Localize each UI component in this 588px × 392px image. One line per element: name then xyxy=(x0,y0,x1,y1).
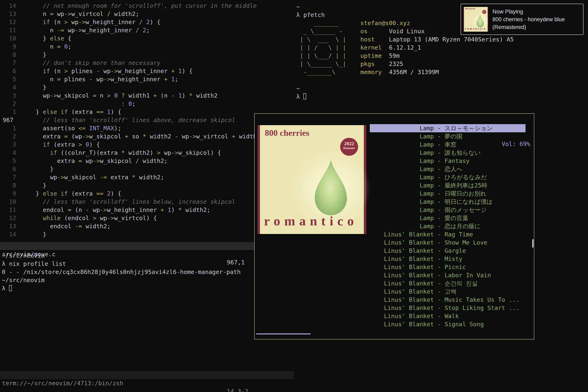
track-title: 車窓 xyxy=(444,141,456,148)
line-number: 13 xyxy=(0,10,16,18)
track-row[interactable]: Linus' Blanket - Show Me Love xyxy=(370,238,526,247)
code-line: 967 // less than 'scrolloff' lines above… xyxy=(0,116,294,124)
track-row-selected[interactable]: Lamp - スロ～モ～ション xyxy=(370,124,526,132)
code-line: 7 wp->w_skipcol -= extra * width2; xyxy=(0,173,294,181)
track-artist: Lamp xyxy=(370,165,434,173)
line-number: 11 xyxy=(0,26,16,34)
track-row[interactable]: Linus' Blanket - 순간의 진실 xyxy=(370,279,526,288)
code-line: 2 : 0; xyxy=(0,100,294,108)
track-title: 恋は月の蔭に xyxy=(444,223,480,230)
track-title: 日曜日のお別れ xyxy=(444,190,486,197)
terminal-cursor xyxy=(9,285,12,291)
track-title: 誰も知らない xyxy=(444,149,480,156)
track-title: Walk xyxy=(444,312,459,320)
line-number: 4 xyxy=(0,83,16,92)
neovim-window: 14 // not enough room for 'scrolloff', p… xyxy=(0,0,294,392)
track-artist: Lamp xyxy=(370,124,434,132)
track-artist: Linus' Blanket xyxy=(370,238,434,247)
line-number: 12 xyxy=(0,214,16,222)
album-artist-text: 800 cherries xyxy=(465,8,475,10)
distro-ascii-art: _ \______ - xyxy=(296,27,360,35)
track-title: Gargle xyxy=(444,247,466,254)
code-line: 11 endcol = (n - wp->w_height_inner + 1)… xyxy=(0,206,294,214)
track-title: Misty xyxy=(444,256,462,262)
track-row[interactable]: Linus' Blanket - Music Takes Us To ... xyxy=(370,296,526,304)
line-number: 1 xyxy=(0,108,16,116)
code-line: 8 } xyxy=(0,51,294,59)
code-line: 12 if (n > wp->w_height_inner / 2) { xyxy=(0,18,294,26)
track-row[interactable]: Lamp - 恋は月の蔭に xyxy=(370,222,526,230)
track-artist: Linus' Blanket xyxy=(370,296,434,304)
line-number: 4 xyxy=(0,149,16,157)
terminal-line: λ nix profile list xyxy=(2,260,241,268)
line-number: 2 xyxy=(0,100,16,108)
line-number: 1 xyxy=(0,124,16,132)
track-row[interactable]: Lamp - 最終列車は25時 xyxy=(370,181,526,190)
distro-ascii-art: _______ xyxy=(296,19,360,27)
teardrop-icon xyxy=(309,153,353,224)
album-artist-text: 800 cherries xyxy=(265,128,309,138)
track-title: 恋人へ xyxy=(444,166,462,172)
track-row[interactable]: Linus' Blanket - Gargle xyxy=(370,247,526,255)
track-row[interactable]: Lamp - 車窓 xyxy=(370,140,526,149)
distro-ascii-art: | | \___/ | | xyxy=(296,52,360,60)
track-title: Stop Liking Start ... xyxy=(444,304,520,311)
terminal-cursor xyxy=(304,93,306,100)
terminal-line xyxy=(296,76,514,84)
track-title: 雨のメッセージ xyxy=(444,206,486,213)
shell-prompt[interactable]: λ xyxy=(2,284,241,292)
track-row[interactable]: Lamp - 雨のメッセージ xyxy=(370,206,526,214)
line-number: 967 xyxy=(0,116,16,124)
notification-song: 800 cherries - honeydew blue xyxy=(492,16,565,23)
track-row[interactable]: Linus' Blanket - Picnic xyxy=(370,263,526,271)
pfetch-row: -_______\memory4356M / 31399M xyxy=(296,68,514,76)
code-buffer[interactable]: 14 // not enough room for 'scrolloff', p… xyxy=(0,2,294,238)
track-row[interactable]: Lamp - 日曜日のお別れ xyxy=(370,190,526,198)
track-artist: Linus' Blanket xyxy=(370,279,434,288)
track-title: 愛の言葉 xyxy=(444,214,468,222)
playlist-scrollbar[interactable] xyxy=(532,239,534,248)
track-row[interactable]: Lamp - 明日になれば僕は xyxy=(370,198,526,206)
track-title: 最終列車は25時 xyxy=(444,182,487,189)
code-line: 4 if ((colnr_T)(extra * width2) > wp->w_… xyxy=(0,149,294,157)
track-artist: Lamp xyxy=(370,181,434,190)
track-row[interactable]: Lamp - 愛の言葉 xyxy=(370,214,526,222)
notification-remaster: (Remastered) xyxy=(492,23,565,31)
track-row[interactable]: Linus' Blanket - Labor In Vain xyxy=(370,271,526,279)
terminal-line: ~/src/neovim xyxy=(2,276,241,284)
track-row[interactable]: Linus' Blanket - Signal Song xyxy=(370,320,526,328)
line-number: 10 xyxy=(0,34,16,42)
track-artist: Lamp xyxy=(370,206,434,214)
track-row[interactable]: Linus' Blanket - Misty xyxy=(370,255,526,263)
track-artist: Linus' Blanket xyxy=(370,320,434,328)
track-row[interactable]: Lamp - 恋人へ xyxy=(370,165,526,173)
track-row[interactable]: Lamp - 誰も知らない xyxy=(370,149,526,157)
track-row[interactable]: Lamp - ひろがるなみだ xyxy=(370,173,526,181)
code-line: 9 } else if (extra == 2) { xyxy=(0,190,294,198)
track-row[interactable]: Linus' Blanket - 고백 xyxy=(370,288,526,296)
track-artist: Linus' Blanket xyxy=(370,247,434,255)
code-line: 10 // less than 'scrolloff' lines below,… xyxy=(0,198,294,206)
track-artist: Linus' Blanket xyxy=(370,312,434,320)
shell-prompt[interactable]: λ xyxy=(296,92,514,101)
track-row[interactable]: Linus' Blanket - Stop Liking Start ... xyxy=(370,304,526,312)
now-playing-notification[interactable]: 800 cherries 2022 Remaster romantico Now… xyxy=(460,4,584,35)
track-row[interactable]: Lamp - 夢の国 xyxy=(370,132,526,140)
terminal-buffer[interactable]: ~/src/neovimλ nix profile list0 - - /nix… xyxy=(2,252,241,292)
track-row[interactable]: Linus' Blanket - Walk xyxy=(370,312,526,320)
terminal-buffer-name: term://~/src/neovim//4713:/bin/zsh xyxy=(2,379,123,387)
track-artist: Lamp xyxy=(370,214,434,222)
line-number: 6 xyxy=(0,165,16,173)
line-number: 6 xyxy=(0,67,16,75)
progress-bar[interactable] xyxy=(256,334,310,334)
line-number: 12 xyxy=(0,18,16,26)
code-line: 3 wp->w_skipcol = n > 0 ? width1 + (n - … xyxy=(0,92,294,100)
track-row[interactable]: Lamp - Fantasy xyxy=(370,157,526,165)
code-line: 14 // not enough room for 'scrolloff', p… xyxy=(0,2,294,10)
playlist[interactable]: Lamp - スロ～モ～ションLamp - 夢の国Lamp - 車窓Lamp -… xyxy=(370,124,526,328)
notification-title: Now Playing xyxy=(492,8,565,16)
track-artist: Linus' Blanket xyxy=(370,230,434,238)
track-title: スロ～モ～ション xyxy=(444,125,493,132)
track-row[interactable]: Linus' Blanket - Rag Time xyxy=(370,230,526,238)
terminal-line: 0 - - /nix/store/cq3cx86h28j0y46ls0nhjzj… xyxy=(2,268,241,276)
